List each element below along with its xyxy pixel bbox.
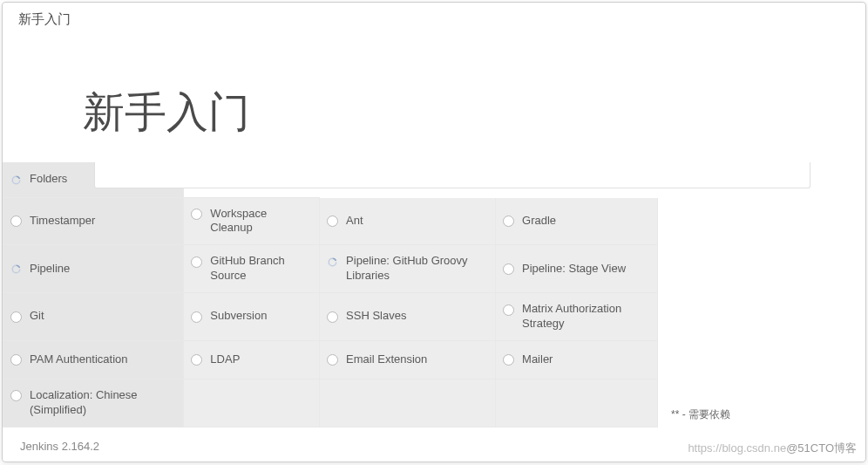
status-pending-icon — [325, 353, 339, 367]
pending-icon — [10, 215, 22, 227]
plugin-name-label: Pipeline: Stage View — [522, 262, 626, 277]
plugin-cell: Ant — [320, 197, 496, 245]
plugin-name-label: SSH Slaves — [346, 309, 406, 324]
plugin-cell: GitHub Branch Source — [184, 245, 320, 293]
plugin-name-label: LDAP — [210, 352, 240, 367]
plugin-name-label: Timestamper — [30, 214, 95, 229]
plugin-cell — [496, 379, 658, 427]
spinner-icon — [326, 256, 339, 269]
plugin-cell: Mailer — [496, 340, 658, 379]
watermark: https://blog.csdn.ne@51CTO博客 — [688, 441, 857, 456]
plugin-cell: Workspace Cleanup — [184, 197, 320, 245]
status-pending-icon — [9, 353, 23, 367]
plugin-name-label: Git — [30, 309, 44, 324]
status-pending-icon — [9, 215, 23, 229]
header-title: 新手入门 — [18, 11, 71, 26]
status-installing-icon — [325, 255, 339, 269]
page-title: 新手入门 — [3, 37, 865, 162]
plugin-name-label: PAM Authentication — [30, 352, 128, 367]
legend: ** - 需要依赖 — [671, 407, 730, 427]
plugin-name-label: Workspace Cleanup — [210, 207, 310, 236]
pending-icon — [191, 311, 202, 323]
progress-panel-overlay — [94, 162, 810, 188]
pending-icon — [191, 256, 202, 268]
plugin-name-label: Email Extension — [346, 352, 427, 367]
status-pending-icon — [501, 215, 515, 229]
pending-icon — [10, 390, 22, 401]
spinner-icon — [10, 174, 23, 187]
pending-icon — [503, 354, 514, 366]
plugin-cell: LDAP — [184, 340, 320, 379]
status-pending-icon — [501, 353, 515, 367]
status-pending-icon — [9, 389, 23, 403]
plugin-name-label: Localization: Chinese (Simplified) — [30, 388, 174, 418]
status-pending-icon — [325, 310, 339, 324]
status-pending-icon — [9, 310, 23, 324]
plugin-cell — [320, 379, 496, 427]
plugin-cell: Pipeline — [3, 245, 184, 293]
status-installing-icon — [9, 263, 23, 277]
status-pending-icon — [189, 208, 203, 222]
spinner-icon — [10, 263, 23, 276]
status-pending-icon — [189, 353, 203, 367]
plugin-cell: PAM Authentication — [3, 340, 184, 379]
plugin-cell — [184, 379, 320, 427]
plugin-name-label: Mailer — [522, 352, 553, 367]
plugin-name-label: Pipeline: GitHub Groovy Libraries — [346, 254, 486, 284]
plugin-name-label: Gradle — [522, 214, 556, 229]
pending-icon — [503, 215, 514, 227]
plugin-cell: Timestamper — [3, 197, 184, 245]
plugin-name-label: GitHub Branch Source — [210, 254, 310, 284]
pending-icon — [503, 304, 514, 316]
legend-dash: - — [679, 408, 688, 421]
watermark-right: @51CTO博客 — [786, 441, 857, 455]
status-pending-icon — [189, 310, 203, 324]
status-pending-icon — [501, 263, 515, 277]
footer-version: Jenkins 2.164.2 — [20, 440, 99, 453]
plugins-grid: FoldersFormatterTimestamperWorkspace Cle… — [3, 162, 658, 427]
plugin-name-label: Folders — [30, 172, 67, 187]
status-installing-icon — [9, 173, 23, 187]
pending-icon — [10, 354, 22, 366]
plugin-name-label: Matrix Authorization Strategy — [522, 302, 648, 332]
plugin-name-label: Subversion — [210, 309, 267, 324]
plugin-cell: Pipeline: Stage View — [496, 245, 658, 293]
plugin-cell: Matrix Authorization Strategy — [496, 293, 658, 341]
plugin-cell: SSH Slaves — [320, 293, 496, 341]
pending-icon — [327, 354, 338, 366]
header-bar: 新手入门 — [3, 3, 865, 37]
status-pending-icon — [501, 303, 515, 317]
plugins-area: FoldersFormatterTimestamperWorkspace Cle… — [3, 162, 865, 427]
plugin-name-label: Pipeline — [30, 262, 70, 277]
sidebar-right: ** - 需要依赖 — [662, 162, 865, 427]
plugin-name-label: Ant — [346, 214, 363, 229]
pending-icon — [327, 215, 338, 227]
status-pending-icon — [189, 255, 203, 269]
plugin-cell: Email Extension — [320, 340, 496, 379]
plugin-cell: Git — [3, 293, 184, 341]
watermark-left: https://blog.csdn.ne — [688, 441, 786, 455]
plugin-cell: Gradle — [496, 197, 658, 245]
pending-icon — [503, 263, 514, 275]
status-pending-icon — [325, 215, 339, 229]
pending-icon — [191, 354, 202, 366]
legend-text: 需要依赖 — [688, 408, 730, 421]
pending-icon — [191, 209, 202, 220]
plugin-cell: Pipeline: GitHub Groovy Libraries — [320, 245, 496, 293]
pending-icon — [327, 311, 338, 323]
wizard-container: 新手入门 新手入门 FoldersFormatterTimestamperWor… — [2, 2, 866, 462]
legend-prefix: ** — [671, 408, 679, 421]
plugin-cell: Subversion — [184, 293, 320, 341]
plugin-cell: Localization: Chinese (Simplified) — [3, 379, 184, 427]
pending-icon — [10, 311, 22, 323]
